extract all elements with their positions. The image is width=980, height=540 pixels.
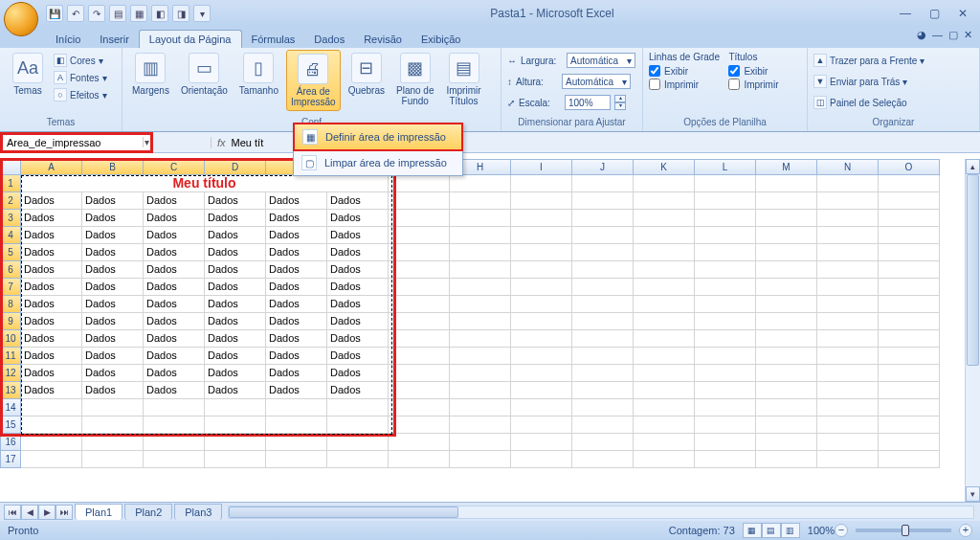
cell[interactable] (879, 210, 940, 227)
largura-select[interactable]: Automática▾ (567, 53, 635, 68)
temas-button[interactable]: Aa Temas (6, 50, 50, 99)
cell[interactable] (634, 365, 695, 382)
col-header-A[interactable]: A (21, 159, 82, 175)
orientacao-button[interactable]: ▭Orientação (177, 50, 232, 99)
name-box[interactable] (3, 135, 143, 150)
cell[interactable]: Dados (205, 330, 266, 348)
qat-icon-1[interactable]: ▤ (109, 5, 126, 22)
cell[interactable] (756, 434, 817, 451)
cell[interactable] (511, 244, 572, 261)
cell[interactable]: Dados (21, 244, 82, 261)
cell[interactable] (450, 434, 511, 451)
zoom-slider[interactable] (856, 529, 951, 532)
cell[interactable] (695, 434, 756, 451)
cell[interactable] (389, 210, 450, 227)
quebras-button[interactable]: ⊟Quebras (345, 50, 389, 99)
cell[interactable] (756, 296, 817, 313)
cell[interactable] (327, 451, 389, 468)
cell[interactable] (695, 382, 756, 399)
cell[interactable] (389, 434, 450, 451)
cell[interactable] (450, 348, 511, 365)
titulos-exibir-check[interactable]: Exibir (728, 64, 801, 78)
maximize-button[interactable]: ▢ (923, 5, 946, 22)
cell[interactable] (817, 244, 879, 261)
cell[interactable] (817, 313, 879, 330)
cell[interactable] (389, 192, 450, 210)
cell[interactable] (572, 313, 634, 330)
cell[interactable] (879, 330, 940, 348)
cell[interactable] (817, 434, 879, 451)
cell[interactable] (817, 227, 879, 244)
cell[interactable] (634, 175, 695, 192)
cell[interactable] (511, 175, 572, 192)
cell[interactable] (756, 365, 817, 382)
cell[interactable]: Dados (205, 365, 266, 382)
cell[interactable]: Meu título (21, 175, 389, 192)
cell[interactable] (695, 365, 756, 382)
ribbon-tab-inserir[interactable]: Inserir (90, 31, 139, 48)
cell[interactable] (511, 451, 572, 468)
cell[interactable] (756, 416, 817, 434)
cell[interactable] (756, 210, 817, 227)
plano-fundo-button[interactable]: ▩Plano de Fundo (392, 50, 437, 109)
cell[interactable] (695, 330, 756, 348)
cell[interactable] (817, 348, 879, 365)
cell[interactable] (572, 330, 634, 348)
cell[interactable]: Dados (266, 330, 327, 348)
zoom-in-button[interactable]: + (959, 524, 972, 537)
imprimir-titulos-button[interactable]: ▤Imprimir Títulos (442, 50, 486, 109)
col-header-B[interactable]: B (82, 159, 144, 175)
cell[interactable] (756, 348, 817, 365)
cell[interactable] (879, 227, 940, 244)
vertical-scrollbar[interactable]: ▴ ▾ (965, 159, 980, 502)
cell[interactable] (389, 261, 450, 279)
cell[interactable] (205, 416, 266, 434)
cores-button[interactable]: ◧Cores▾ (54, 52, 107, 69)
cell[interactable] (82, 416, 144, 434)
cell[interactable]: Dados (21, 382, 82, 399)
cell[interactable] (756, 313, 817, 330)
cell[interactable] (511, 365, 572, 382)
row-header-13[interactable]: 13 (0, 382, 21, 399)
escala-input[interactable]: 100% (565, 95, 611, 110)
cell[interactable] (634, 416, 695, 434)
cell[interactable] (572, 365, 634, 382)
cell[interactable]: Dados (266, 382, 327, 399)
cell[interactable]: Dados (82, 296, 144, 313)
row-header-16[interactable]: 16 (0, 434, 21, 451)
cell[interactable]: Dados (21, 313, 82, 330)
sheet-tab-plan1[interactable]: Plan1 (75, 504, 122, 520)
sheet-first-button[interactable]: ⏮ (4, 505, 21, 520)
cell[interactable] (695, 244, 756, 261)
cell[interactable] (879, 416, 940, 434)
cell[interactable] (756, 330, 817, 348)
qat-icon-2[interactable]: ▦ (130, 5, 147, 22)
cell[interactable]: Dados (327, 192, 389, 210)
cell[interactable]: Dados (21, 348, 82, 365)
cell[interactable] (450, 175, 511, 192)
definir-area-item[interactable]: ▦ Definir área de impressão (293, 123, 463, 151)
ribbon-tab-revisão[interactable]: Revisão (354, 31, 412, 48)
col-header-L[interactable]: L (695, 159, 756, 175)
cell[interactable] (389, 451, 450, 468)
cell[interactable] (572, 451, 634, 468)
cell[interactable] (450, 261, 511, 279)
cell[interactable]: Dados (82, 227, 144, 244)
ribbon-tab-exibição[interactable]: Exibição (412, 31, 471, 48)
cell[interactable] (450, 330, 511, 348)
cell[interactable]: Dados (266, 279, 327, 296)
cell[interactable] (511, 210, 572, 227)
cell[interactable] (389, 313, 450, 330)
zoom-out-button[interactable]: − (835, 524, 848, 537)
cell[interactable] (572, 261, 634, 279)
cell[interactable] (389, 175, 450, 192)
cell[interactable] (879, 244, 940, 261)
cell[interactable] (695, 261, 756, 279)
cell[interactable] (82, 399, 144, 416)
formula-input[interactable] (232, 137, 289, 148)
cell[interactable] (21, 451, 82, 468)
cell[interactable] (450, 399, 511, 416)
cell[interactable] (634, 434, 695, 451)
cell[interactable] (695, 175, 756, 192)
cell[interactable] (817, 330, 879, 348)
